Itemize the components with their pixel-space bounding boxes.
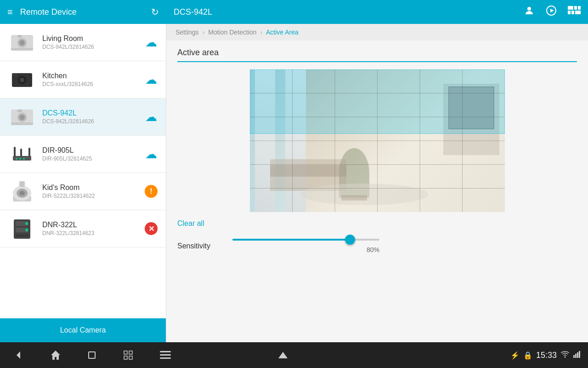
screenshot-icon[interactable] <box>113 346 143 364</box>
svg-point-20 <box>19 115 25 120</box>
device-status-living-room: ☁ <box>144 35 158 50</box>
person-icon[interactable] <box>524 5 535 19</box>
svg-rect-63 <box>573 355 575 358</box>
breadcrumb-motion-detection[interactable]: Motion Detection <box>208 29 256 36</box>
device-name-living-room: Living Room <box>42 34 144 43</box>
device-thumb-dcs942l <box>7 104 37 130</box>
svg-marker-51 <box>17 351 20 359</box>
device-status-dcs942l: ☁ <box>144 110 158 124</box>
device-thumb-kids-room <box>7 178 37 204</box>
play-icon[interactable] <box>546 5 557 19</box>
device-id-dcs942l: DCS-942L/32814626 <box>42 118 144 125</box>
sensitivity-label: Sensitivity <box>177 242 223 250</box>
svg-point-28 <box>19 158 21 160</box>
svg-point-29 <box>23 158 25 160</box>
camera-grid-image[interactable] <box>250 69 505 212</box>
up-arrow-icon[interactable] <box>268 346 298 364</box>
warning-icon: ! <box>145 185 158 198</box>
router-icon <box>8 143 36 165</box>
cloud-online-icon: ☁ <box>145 35 157 50</box>
breadcrumb-active-area[interactable]: Active Area <box>266 29 299 36</box>
svg-point-11 <box>19 40 25 46</box>
grid-icon[interactable] <box>568 6 581 18</box>
device-item-dnr322l[interactable]: DNR-322L DNR-322L/32814623 ✕ <box>0 210 166 247</box>
active-area-content: Active area <box>166 40 588 342</box>
nas-icon <box>9 217 35 241</box>
svg-marker-52 <box>51 351 60 360</box>
svg-rect-8 <box>575 11 581 14</box>
device-item-dcs942l[interactable]: DCS-942L DCS-942L/32814626 ☁ <box>0 98 166 136</box>
svg-rect-66 <box>579 351 580 358</box>
black-camera-icon <box>9 69 35 91</box>
home-icon[interactable] <box>41 346 70 364</box>
svg-point-38 <box>25 222 28 225</box>
clear-all-button[interactable]: Clear all <box>177 212 204 231</box>
sensitivity-slider-container: 80% <box>232 239 577 253</box>
device-name-dir905l: DIR-905L <box>42 146 144 155</box>
device-thumb-kitchen <box>7 67 37 92</box>
sensitivity-slider-thumb[interactable] <box>345 235 355 245</box>
device-info-kids-room: Kid's Room DIR-5222L/32814622 <box>42 184 144 199</box>
lock-icon: 🔒 <box>523 351 532 360</box>
svg-rect-24 <box>14 147 16 157</box>
svg-rect-3 <box>568 6 573 10</box>
device-name-kitchen: Kitchen <box>42 72 144 80</box>
white-camera-icon-2 <box>9 106 35 128</box>
grid-lines <box>250 69 505 212</box>
breadcrumb-sep-2: › <box>260 29 262 36</box>
local-camera-label: Local Camera <box>60 326 106 334</box>
signal-icon <box>573 351 581 360</box>
svg-rect-60 <box>160 357 171 359</box>
cloud-online-icon-3: ☁ <box>145 110 157 124</box>
device-name-kids-room: Kid's Room <box>42 184 144 192</box>
svg-rect-22 <box>11 122 33 125</box>
device-item-living-room[interactable]: Living Room DCS-942L/32814626 ☁ <box>0 24 166 61</box>
refresh-icon[interactable]: ↻ <box>151 6 159 17</box>
device-info-dcs942l: DCS-942L DCS-942L/32814626 <box>42 109 144 125</box>
svg-rect-21 <box>17 109 22 112</box>
device-item-kitchen[interactable]: Kitchen DCS-xxxL/32814626 ☁ <box>0 61 166 98</box>
device-item-kids-room[interactable]: Kid's Room DIR-5222L/32814622 ! <box>0 173 166 210</box>
svg-rect-4 <box>574 6 577 10</box>
svg-rect-57 <box>129 356 132 359</box>
device-id-kitchen: DCS-xxxL/32814626 <box>42 81 144 87</box>
svg-rect-12 <box>17 35 22 38</box>
svg-marker-61 <box>278 352 288 358</box>
top-bar-left: ≡ Remote Device ↻ <box>0 6 166 17</box>
camera-view-container[interactable] <box>250 69 505 212</box>
device-name-dcs942l: DCS-942L <box>42 109 144 117</box>
app-title: Remote Device <box>20 7 144 17</box>
svg-rect-6 <box>568 11 571 14</box>
right-panel: Settings › Motion Detection › Active Are… <box>166 24 588 342</box>
svg-rect-65 <box>577 352 578 358</box>
bottom-nav-left <box>0 346 184 364</box>
cloud-online-icon-2: ☁ <box>145 73 157 87</box>
device-id-kids-room: DIR-5222L/32814622 <box>42 193 144 199</box>
white-camera-icon <box>9 31 35 53</box>
main-content: Living Room DCS-942L/32814626 ☁ <box>0 24 588 342</box>
svg-rect-5 <box>578 6 581 10</box>
back-icon[interactable] <box>4 346 33 364</box>
svg-point-62 <box>565 356 566 358</box>
device-thumb-dir905l <box>7 141 37 167</box>
svg-rect-40 <box>16 234 28 237</box>
device-item-dir905l[interactable]: DIR-905L DIR-905L/32814625 ☁ <box>0 136 166 173</box>
svg-rect-56 <box>124 356 127 359</box>
top-bar: ≡ Remote Device ↻ DCS-942L <box>0 0 588 24</box>
device-status-kitchen: ☁ <box>144 73 158 87</box>
device-info-dir905l: DIR-905L DIR-905L/32814625 <box>42 146 144 162</box>
svg-rect-59 <box>160 354 171 356</box>
wifi-icon <box>560 351 570 360</box>
svg-rect-55 <box>129 351 132 354</box>
device-name-dnr322l: DNR-322L <box>42 221 144 229</box>
sensitivity-slider-track[interactable] <box>232 239 379 241</box>
local-camera-button[interactable]: Local Camera <box>0 318 166 342</box>
hamburger-icon[interactable]: ≡ <box>7 7 13 17</box>
bottom-nav-center <box>184 346 382 364</box>
device-id-living-room: DCS-942L/32814626 <box>42 44 144 50</box>
svg-point-16 <box>20 78 24 82</box>
breadcrumb-settings[interactable]: Settings <box>175 29 199 36</box>
menu-icon[interactable] <box>151 347 180 363</box>
device-name-header: DCS-942L <box>174 7 212 17</box>
recent-apps-icon[interactable] <box>78 346 106 364</box>
